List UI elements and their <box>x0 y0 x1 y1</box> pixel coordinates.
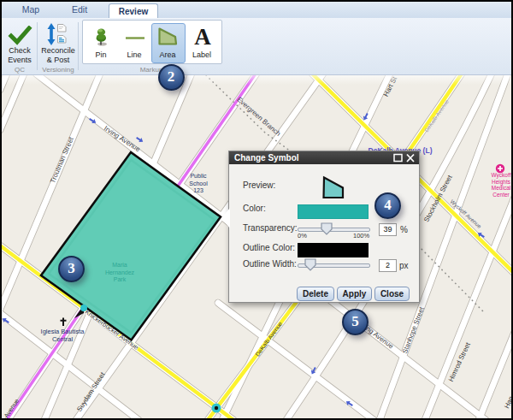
svg-text:Hernandez: Hernandez <box>105 269 135 275</box>
svg-text:Park: Park <box>114 276 127 282</box>
svg-text:A: A <box>194 24 211 50</box>
svg-text:School: School <box>189 180 208 186</box>
svg-text:Central: Central <box>52 335 74 343</box>
svg-text:Maria: Maria <box>112 262 127 268</box>
svg-text:123: 123 <box>193 187 203 193</box>
svg-text:Iglesia Bautista: Iglesia Bautista <box>41 328 86 335</box>
svg-text:Public: Public <box>190 173 207 179</box>
svg-text:Medical: Medical <box>492 185 511 191</box>
svg-text:Center: Center <box>492 192 510 198</box>
